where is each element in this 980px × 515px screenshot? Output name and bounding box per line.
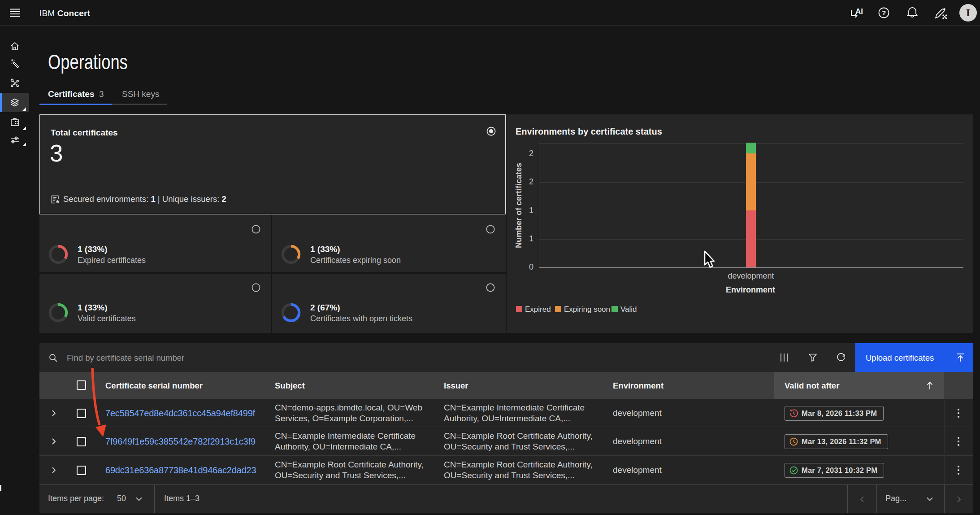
svg-text:?: ?	[882, 9, 886, 17]
svg-text:AI: AI	[855, 7, 863, 16]
